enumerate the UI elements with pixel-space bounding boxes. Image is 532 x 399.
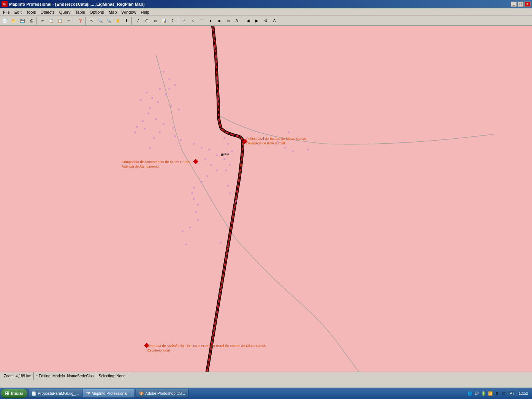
info-btn[interactable]: ℹ xyxy=(122,17,131,25)
text-btn[interactable]: A xyxy=(233,17,241,25)
address-dot xyxy=(165,93,166,95)
taskbar-item-2[interactable]: 🗺 MapInfo Professional ... xyxy=(83,389,135,398)
tray-icon-1: 🌐 xyxy=(467,390,473,396)
taskbar-item-3[interactable]: 🎨 Adobe Photoshop CS... xyxy=(136,389,188,398)
menu-map[interactable]: Map xyxy=(106,9,119,15)
status-zoom: Zoom: 4,189 km xyxy=(2,372,34,380)
taskbar-right: 🌐 🔊 🔋 📶 ⚙ 🛡 PT 12:52 xyxy=(467,390,531,396)
tool2[interactable]: ⟍ xyxy=(189,17,197,25)
close-button[interactable]: ✕ xyxy=(524,2,530,7)
address-dot xyxy=(220,242,222,244)
status-selecting: Selecting: None xyxy=(96,372,128,380)
address-dot xyxy=(197,219,199,221)
next-btn[interactable]: ▶ xyxy=(253,17,261,25)
address-dot xyxy=(284,147,286,149)
status-editing: * Editing: Modelo_NomeSedeClas xyxy=(34,372,96,380)
address-dot xyxy=(151,97,153,99)
address-dot xyxy=(210,164,212,166)
sep6 xyxy=(242,17,243,25)
menu-help[interactable]: Help xyxy=(138,9,152,15)
clock: 12:52 xyxy=(517,391,530,396)
menu-tools[interactable]: Tools xyxy=(24,9,38,15)
sep4 xyxy=(131,17,133,25)
taskbar-label-2: MapInfo Professional ... xyxy=(92,391,131,396)
address-dot xyxy=(174,84,176,86)
prev-btn[interactable]: ◀ xyxy=(244,17,252,25)
address-dot xyxy=(147,112,149,114)
address-dot xyxy=(195,211,197,213)
address-dot xyxy=(172,127,174,129)
address-dot xyxy=(225,169,227,171)
circle-btn[interactable]: ● xyxy=(206,17,215,25)
address-dot xyxy=(185,244,187,245)
menu-file[interactable]: File xyxy=(1,9,12,15)
start-label: Iniciar xyxy=(11,391,23,396)
label-btn[interactable]: A xyxy=(270,17,279,25)
address-dot xyxy=(180,139,182,141)
address-dot xyxy=(204,158,206,160)
address-dot xyxy=(227,185,229,187)
select-btn[interactable]: ↖ xyxy=(87,17,96,25)
draw-line-btn[interactable]: ╱ xyxy=(134,17,142,25)
address-dot xyxy=(149,147,151,149)
sum-btn[interactable]: Σ xyxy=(169,17,177,25)
menu-bar: File Edit Tools Objects Query Table Opti… xyxy=(0,8,532,16)
square-fill-btn[interactable]: ■ xyxy=(215,17,223,25)
menu-edit[interactable]: Edit xyxy=(12,9,24,15)
rect2-btn[interactable]: ▭ xyxy=(224,17,232,25)
address-dot xyxy=(168,88,170,90)
taskbar: ⊞ Iniciar 📄 PropostaParaMGLog_... 🗺 MapI… xyxy=(0,388,532,399)
label-policia-line1: Polícia Civil do Estado de Minas Gerais xyxy=(246,137,306,141)
menu-options[interactable]: Options xyxy=(87,9,106,15)
draw-rect-btn[interactable]: ▭ xyxy=(151,17,160,25)
address-dot xyxy=(223,158,225,160)
tool1[interactable]: ⟋ xyxy=(180,17,188,25)
pan-btn[interactable]: ✋ xyxy=(114,17,122,25)
menu-window[interactable]: Window xyxy=(119,9,138,15)
new-btn[interactable]: 📄 xyxy=(1,17,9,25)
cut-btn[interactable]: ✂ xyxy=(38,17,47,25)
address-dot xyxy=(140,99,142,101)
map-area[interactable]: Polícia Civil do Estado de Minas Gerais … xyxy=(0,26,532,372)
copy-btn[interactable]: 📋 xyxy=(47,17,55,25)
map-svg xyxy=(0,26,532,372)
address-dot xyxy=(149,107,151,109)
settings-btn[interactable]: ⚙ xyxy=(261,17,270,25)
minimize-button[interactable]: _ xyxy=(511,2,517,7)
zoom-out-btn[interactable]: 🔍 xyxy=(105,17,113,25)
taskbar-icon-2: 🗺 xyxy=(86,391,90,396)
address-dot xyxy=(197,204,199,206)
menu-query[interactable]: Query xyxy=(57,9,73,15)
draw-poly-btn[interactable]: ⬡ xyxy=(142,17,151,25)
tray-icon-4: 📶 xyxy=(487,390,493,396)
address-dot xyxy=(193,187,195,188)
menu-table[interactable]: Table xyxy=(73,9,87,15)
save-btn[interactable]: 💾 xyxy=(18,17,27,25)
taskbar-item-1[interactable]: 📄 PropostaParaMGLog_... xyxy=(28,389,82,398)
start-button[interactable]: ⊞ Iniciar xyxy=(1,389,27,398)
address-dot xyxy=(201,147,203,149)
open-btn[interactable]: 📂 xyxy=(10,17,18,25)
tray-icon-2: 🔊 xyxy=(473,390,480,396)
print-btn[interactable]: 🖨 xyxy=(27,17,35,25)
stats-btn[interactable]: 📊 xyxy=(160,17,168,25)
address-dot xyxy=(163,123,165,125)
maximize-button[interactable]: □ xyxy=(518,2,524,7)
help-btn[interactable]: ❓ xyxy=(76,17,84,25)
address-dot xyxy=(235,200,237,202)
zoom-in-btn[interactable]: 🔍 xyxy=(96,17,104,25)
tool3[interactable]: ⌒ xyxy=(198,17,206,25)
address-dot xyxy=(142,120,144,122)
status-bar: Zoom: 4,189 km * Editing: Modelo_NomeSed… xyxy=(0,372,532,380)
label-policia: Polícia Civil do Estado de Minas Gerais … xyxy=(246,137,306,146)
address-dot xyxy=(223,137,225,139)
label-emater-line1: Empresa de Assistência Técnica e Extensã… xyxy=(147,344,266,348)
sep2 xyxy=(74,17,75,25)
undo-btn[interactable]: ↩ xyxy=(65,17,73,25)
sep3 xyxy=(85,17,87,25)
address-dot xyxy=(288,131,290,133)
address-dot xyxy=(182,230,184,232)
paste-btn[interactable]: 📋 xyxy=(56,17,64,25)
address-dot xyxy=(168,78,170,80)
menu-objects[interactable]: Objects xyxy=(38,9,57,15)
